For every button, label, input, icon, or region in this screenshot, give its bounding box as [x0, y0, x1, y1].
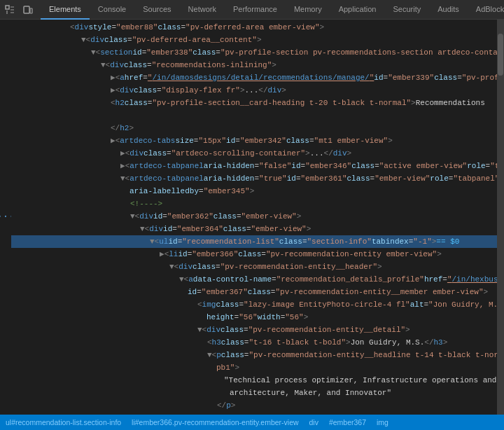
- tab-elements[interactable]: Elements: [41, 0, 90, 20]
- dom-line: <h2 class="pv-profile-section__card-head…: [11, 97, 497, 122]
- dom-line: ▼ <div class="pv-recommendation-entity__…: [11, 324, 497, 336]
- dom-line: architecture, Maker, and Innovator": [11, 387, 497, 399]
- status-breadcrumb-1[interactable]: ul#recommendation-list.section-info: [6, 418, 121, 426]
- dom-line: ▶ <li id="ember366" class="pv-recommenda…: [11, 248, 497, 261]
- inspect-element-icon[interactable]: [3, 3, 17, 17]
- status-bar: ul#recommendation-list.section-info li#e…: [0, 415, 504, 430]
- dom-line: ▶ <artdeco-tabpanel aria-hidden="false" …: [11, 160, 497, 172]
- dom-line: ▶ <artdeco-tabs size="15px" id="ember342…: [11, 134, 497, 147]
- dom-line: ▼ <section id="ember338" class="pv-profi…: [11, 46, 497, 59]
- tab-console[interactable]: Console: [90, 0, 134, 20]
- svg-rect-1: [24, 6, 29, 13]
- dom-line: "Technical process optimizer, Infrastruc…: [11, 374, 497, 387]
- device-toggle-icon[interactable]: [21, 3, 35, 17]
- scrollbar[interactable]: [497, 20, 504, 415]
- dom-line: ▶ <div class="artdeco-scrolling-containe…: [11, 147, 497, 160]
- tab-adblock[interactable]: AdBlock: [468, 0, 504, 20]
- dom-line: <!---->: [11, 197, 497, 210]
- devtools-tab-bar: Elements Console Sources Network Perform…: [0, 0, 504, 20]
- tab-sources[interactable]: Sources: [134, 0, 179, 20]
- svg-rect-2: [30, 8, 32, 13]
- dom-line: ▼ <div id="ember362" class="ember-view">: [11, 210, 497, 223]
- dom-line: aria-labelledby="ember345">: [11, 185, 497, 197]
- dom-tree[interactable]: <div style="ember88" class="pv-deferred-…: [11, 20, 497, 415]
- status-breadcrumb-2[interactable]: li#ember366.pv-recommendation-entity.emb…: [132, 418, 299, 426]
- dom-line: <div style="ember88" class="pv-deferred-…: [11, 21, 497, 34]
- scrollbar-thumb[interactable]: [498, 34, 503, 76]
- dom-line: ▼ <div class="pv-recommendation-entity__…: [11, 261, 497, 273]
- dom-line: <h3 class="t-16 t-black t-bold">Jon Guid…: [11, 336, 497, 349]
- dom-line: ▶ <div class="display-flex fr">...</div>: [11, 84, 497, 97]
- status-breadcrumb-3[interactable]: div: [309, 418, 318, 426]
- dom-line: </p>: [11, 399, 497, 412]
- status-breadcrumb-5[interactable]: img: [377, 418, 388, 426]
- main-area: ··· <div style="ember88" class="pv-defer…: [0, 20, 504, 415]
- dom-line-selected[interactable]: ▼ <ul id="recommendation-list" class="se…: [11, 235, 497, 248]
- tab-memory[interactable]: Memory: [286, 0, 330, 20]
- tab-application[interactable]: Application: [330, 0, 385, 20]
- gutter: ···: [0, 20, 11, 415]
- dom-line: <img class="lazy-image EntityPhoto-circl…: [11, 298, 497, 311]
- dom-line: height="56" width="56">: [11, 311, 497, 324]
- dom-line: pb1">: [11, 361, 497, 374]
- dom-line: id="ember367" class="pv-recommendation-e…: [11, 286, 497, 298]
- dom-line: ▼ <div id="ember364" class="ember-view">: [11, 223, 497, 235]
- dom-line: ▼ <p class="pv-recommendation-entity__he…: [11, 349, 497, 361]
- tab-security[interactable]: Security: [384, 0, 429, 20]
- tab-network[interactable]: Network: [180, 0, 225, 20]
- dom-line: </h2>: [11, 122, 497, 134]
- dom-line: ▼ <div class="recommendations-inlining">: [11, 59, 497, 71]
- svg-rect-0: [6, 6, 9, 9]
- dom-line: ▶ <a href="/in/damosdesigns/detail/recom…: [11, 71, 497, 84]
- tab-performance[interactable]: Performance: [225, 0, 286, 20]
- status-breadcrumb-4[interactable]: #ember367: [329, 418, 366, 426]
- tab-audits[interactable]: Audits: [429, 0, 468, 20]
- dom-line: ▼ <artdeco-tabpanel aria-hidden="true" i…: [11, 172, 497, 185]
- dom-line: ▼ <a data-control-name="recommendation_d…: [11, 273, 497, 286]
- dom-line: ▼ <div class="pv-deferred-area__content"…: [11, 34, 497, 46]
